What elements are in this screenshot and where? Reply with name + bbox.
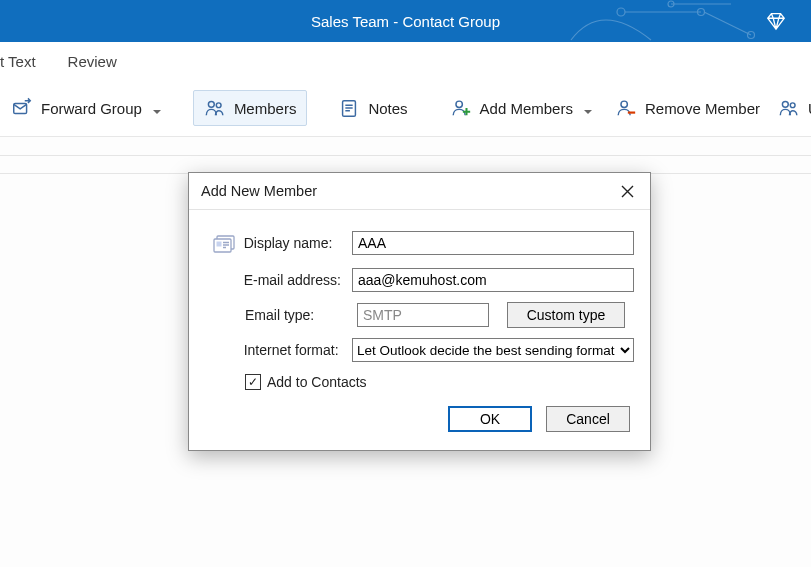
dialog-titlebar: Add New Member xyxy=(189,173,650,210)
email-type-input xyxy=(357,303,489,327)
close-button[interactable] xyxy=(612,176,642,206)
dialog-footer: OK Cancel xyxy=(205,406,634,436)
chevron-down-icon xyxy=(152,103,162,113)
internet-format-select[interactable]: Let Outlook decide the best sending form… xyxy=(352,338,634,362)
remove-member-icon xyxy=(615,97,637,119)
svg-point-11 xyxy=(790,103,795,108)
add-members-icon xyxy=(450,97,472,119)
cancel-button[interactable]: Cancel xyxy=(546,406,630,432)
svg-rect-14 xyxy=(217,242,222,247)
forward-group-label: Forward Group xyxy=(41,100,142,117)
add-to-contacts-label: Add to Contacts xyxy=(267,374,367,390)
svg-point-6 xyxy=(216,103,221,108)
notes-icon xyxy=(338,97,360,119)
contact-card-icon xyxy=(205,228,244,258)
add-members-label: Add Members xyxy=(480,100,573,117)
notes-button[interactable]: Notes xyxy=(327,90,418,126)
chevron-down-icon xyxy=(583,103,593,113)
tab-text-partial[interactable]: t Text xyxy=(0,53,36,70)
members-icon xyxy=(204,97,226,119)
svg-point-0 xyxy=(617,8,625,16)
ok-button[interactable]: OK xyxy=(448,406,532,432)
members-label: Members xyxy=(234,100,297,117)
window-title: Sales Team - Contact Group xyxy=(311,13,500,30)
notes-label: Notes xyxy=(368,100,407,117)
svg-point-5 xyxy=(208,101,214,107)
remove-member-label: Remove Member xyxy=(645,100,760,117)
ribbon-toolbar: Forward Group Members Notes Add Members … xyxy=(0,80,811,137)
svg-point-8 xyxy=(456,101,462,107)
grid-line xyxy=(0,155,811,156)
dialog-title: Add New Member xyxy=(201,183,317,199)
coming-soon-icon[interactable] xyxy=(765,10,787,35)
dialog-body: Display name: E-mail address: Email type… xyxy=(189,210,650,450)
svg-point-9 xyxy=(621,101,627,107)
custom-type-button[interactable]: Custom type xyxy=(507,302,625,328)
window-titlebar: Sales Team - Contact Group xyxy=(0,0,811,42)
tab-review[interactable]: Review xyxy=(68,53,117,70)
remove-member-button[interactable]: Remove Member xyxy=(604,90,771,126)
internet-format-label: Internet format: xyxy=(244,342,352,358)
display-name-input[interactable] xyxy=(352,231,634,255)
forward-icon xyxy=(11,97,33,119)
people-icon xyxy=(778,97,800,119)
forward-group-button[interactable]: Forward Group xyxy=(0,90,173,126)
add-new-member-dialog: Add New Member Display name: E-mail addr… xyxy=(188,172,651,451)
email-type-label: Email type: xyxy=(245,307,357,323)
members-button[interactable]: Members xyxy=(193,90,308,126)
add-to-contacts-checkbox[interactable]: ✓ Add to Contacts xyxy=(245,374,634,390)
svg-point-10 xyxy=(782,101,788,107)
email-address-input[interactable] xyxy=(352,268,634,292)
partial-button[interactable]: U xyxy=(771,90,811,126)
ribbon-tab-strip: t Text Review xyxy=(0,42,811,80)
close-icon xyxy=(621,185,634,198)
email-address-label: E-mail address: xyxy=(244,272,352,288)
checkbox-checked-icon: ✓ xyxy=(245,374,261,390)
add-members-button[interactable]: Add Members xyxy=(439,90,604,126)
display-name-label: Display name: xyxy=(244,235,352,251)
